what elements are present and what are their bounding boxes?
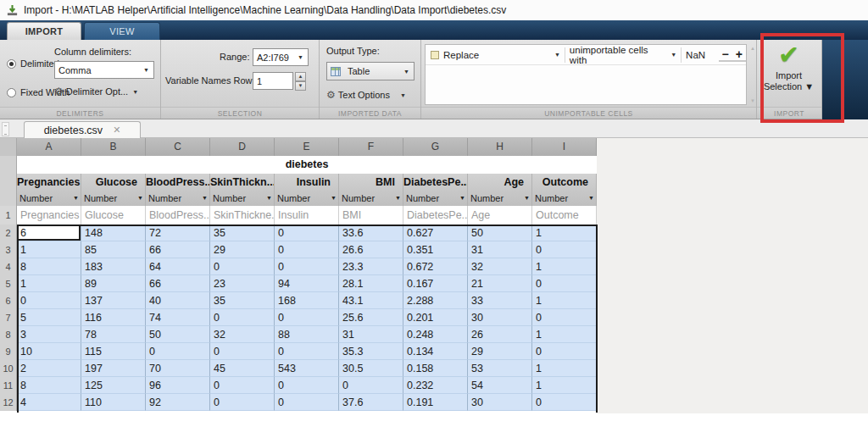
scroll-up-icon[interactable]: ▲ [750,46,755,51]
chevron-down-icon[interactable]: ▼ [73,195,81,201]
table-cell[interactable]: Insulin [275,206,339,225]
table-cell[interactable]: 35 [210,292,275,309]
variable-name-header[interactable]: BMI [339,174,403,190]
table-cell[interactable]: 0 [532,343,597,360]
table-cell[interactable]: 116 [81,309,146,326]
variable-names-row-stepper[interactable]: ▲ ▼ [295,72,306,90]
table-cell[interactable]: 0 [210,343,275,360]
spinner-up-icon[interactable]: ▲ [295,72,306,81]
table-cell[interactable]: SkinThickne... [210,206,275,225]
table-cell[interactable]: BloodPress... [146,206,210,225]
table-cell[interactable]: 1 [532,258,597,275]
fill-value-field[interactable]: NaN [682,45,719,64]
table-cell[interactable]: 0.201 [403,309,468,326]
type-selector[interactable]: Number▼ [403,190,468,206]
table-cell[interactable]: 30.5 [339,360,403,377]
table-cell[interactable]: 0 [275,343,339,360]
variable-name-header[interactable]: Glucose [81,174,146,190]
table-cell[interactable]: 30 [468,309,532,326]
table-cell[interactable]: 70 [146,360,210,377]
type-selector[interactable]: Number▼ [210,190,275,206]
column-letter[interactable]: H [468,138,532,156]
table-cell[interactable]: 1 [532,326,597,343]
replace-with-dropdown[interactable]: unimportable cells with ▼ [565,45,681,64]
table-cell[interactable]: 45 [210,360,275,377]
table-cell[interactable]: 35.3 [339,343,403,360]
table-cell[interactable]: 1 [17,275,81,292]
table-cell[interactable]: 30 [468,394,532,411]
table-cell[interactable]: 0 [210,309,275,326]
variable-name-header[interactable]: DiabetesPe... [403,174,468,190]
type-selector[interactable]: Number▼ [17,190,81,206]
variable-names-row-input[interactable]: 1 [253,72,293,90]
table-cell[interactable]: 0 [339,377,403,394]
column-letter[interactable]: G [403,138,468,156]
delimited-radio[interactable]: Delimited [7,58,59,69]
variable-name-header[interactable]: Pregnancies [17,174,81,190]
table-cell[interactable]: 64 [146,258,210,275]
table-cell[interactable]: 92 [146,394,210,411]
table-cell[interactable]: 4 [17,394,81,411]
rule-dropdown[interactable]: Replace ▼ [426,45,565,64]
chevron-down-icon[interactable]: ▼ [137,195,145,201]
table-cell[interactable]: 25.6 [339,309,403,326]
table-cell[interactable]: 50 [146,326,210,343]
table-cell[interactable]: 168 [275,292,339,309]
column-letter[interactable]: A [17,138,81,156]
table-cell[interactable]: 0 [275,258,339,275]
table-cell[interactable]: 0 [532,241,597,258]
table-cell[interactable]: 0.191 [403,394,468,411]
tab-view[interactable]: VIEW [84,22,160,40]
output-type-dropdown[interactable]: Table ▼ [326,62,415,80]
table-cell[interactable]: 110 [81,394,146,411]
table-cell[interactable]: 10 [17,343,81,360]
table-cell[interactable]: 0 [17,292,81,309]
table-cell[interactable]: 0 [210,258,275,275]
table-cell[interactable]: 0 [532,275,597,292]
table-cell[interactable]: 0.158 [403,360,468,377]
variable-name-header[interactable]: BloodPress... [146,174,210,190]
table-cell[interactable]: 40 [146,292,210,309]
table-cell[interactable]: 0.672 [403,258,468,275]
table-cell[interactable]: 1 [17,241,81,258]
type-selector[interactable]: Number▼ [468,190,532,206]
type-selector[interactable]: Number▼ [275,190,339,206]
table-cell[interactable]: 32 [468,258,532,275]
type-selector[interactable]: Number▼ [532,190,597,206]
table-cell[interactable]: Age [468,206,532,225]
table-cell[interactable]: 8 [17,377,81,394]
column-letter[interactable]: D [210,138,275,156]
table-cell[interactable]: 0 [275,309,339,326]
table-cell[interactable]: 0 [275,225,339,241]
table-cell[interactable]: 35 [210,225,275,241]
chevron-down-icon[interactable]: ▼ [395,195,403,201]
type-selector[interactable]: Number▼ [339,190,403,206]
table-cell[interactable]: 29 [468,343,532,360]
column-letter[interactable]: F [339,138,403,156]
table-cell[interactable]: 1 [532,225,597,241]
table-cell[interactable]: 23 [210,275,275,292]
table-cell[interactable]: 137 [81,292,146,309]
variable-name-header[interactable]: SkinThickn... [210,174,275,190]
table-cell[interactable]: 21 [468,275,532,292]
tab-import[interactable]: IMPORT [7,22,81,40]
document-tab[interactable]: diebetes.csv ✕ [24,121,141,138]
chevron-down-icon[interactable]: ▼ [202,195,209,201]
table-cell[interactable]: 0 [275,241,339,258]
variable-name-header[interactable]: Insulin [275,174,339,190]
table-cell[interactable]: 2 [17,360,81,377]
range-combo[interactable]: A2:I769 ▼ [253,48,309,66]
table-cell[interactable]: 0 [532,309,597,326]
table-cell[interactable]: 0 [146,343,210,360]
table-cell[interactable]: 78 [81,326,146,343]
table-cell[interactable]: 74 [146,309,210,326]
variable-name-header[interactable]: Age [468,174,532,190]
table-cell[interactable]: 543 [275,360,339,377]
table-cell[interactable]: 0.167 [403,275,468,292]
table-cell[interactable]: 115 [81,343,146,360]
column-letter[interactable]: C [146,138,210,156]
scroll-down-icon[interactable]: ▼ [750,98,755,103]
table-cell[interactable]: 32 [210,326,275,343]
table-cell[interactable]: 23.3 [339,258,403,275]
table-cell[interactable]: 0.248 [403,326,468,343]
